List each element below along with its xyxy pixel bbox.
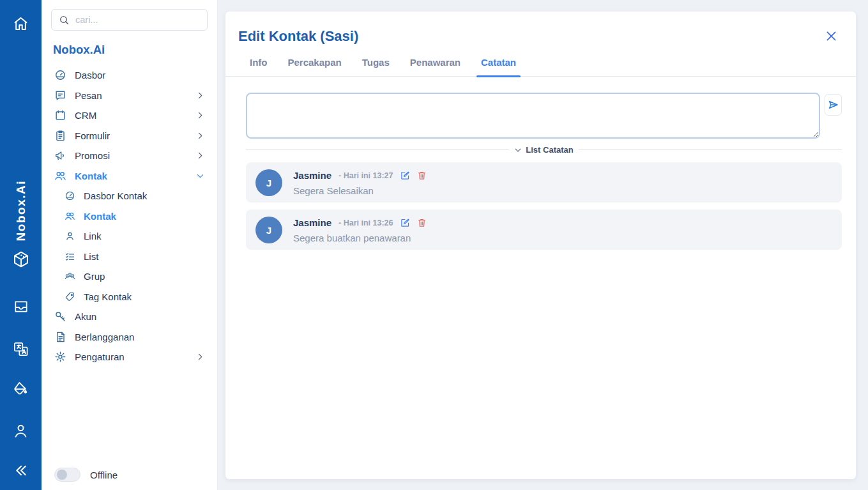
tab-info[interactable]: Info — [240, 57, 278, 76]
checklist-icon — [65, 251, 75, 262]
search-icon — [59, 15, 70, 26]
search-box — [51, 9, 208, 31]
main-area: Edit Kontak (Sasi) Info Percakapan Tugas… — [218, 0, 868, 490]
notes-list: J Jasmine - Hari ini 13:27 Segera Selesa… — [246, 162, 842, 250]
chevron-right-icon — [196, 151, 204, 160]
message-icon — [54, 89, 66, 102]
chevron-right-icon — [196, 353, 204, 361]
sidebar-item-label: Pesan — [75, 90, 102, 101]
sidebar-menu: Dasbor Pesan CRM Formulir Promosi Kontak — [51, 65, 208, 367]
sidebar-item-dasbor-kontak[interactable]: Dasbor Kontak — [51, 186, 208, 206]
search-input[interactable] — [75, 15, 200, 25]
sidebar-item-label: Dasbor — [75, 70, 105, 80]
sidebar: Nobox.Ai Dasbor Pesan CRM Formulir Promo… — [42, 0, 218, 490]
document-icon — [54, 331, 66, 343]
sidebar-item-label: Tag Kontak — [84, 291, 132, 302]
sidebar-item-label: Dasbor Kontak — [84, 190, 147, 201]
sidebar-item-formulir[interactable]: Formulir — [51, 126, 208, 146]
note-text: Segera buatkan penawaran — [293, 233, 427, 243]
note-compose-row — [246, 93, 842, 139]
page-title: Edit Kontak (Sasi) — [238, 28, 358, 45]
sidebar-item-pesan[interactable]: Pesan — [51, 86, 208, 106]
tab-bar: Info Percakapan Tugas Penawaran Catatan — [225, 57, 856, 77]
sidebar-item-label: Formulir — [75, 130, 110, 141]
edit-note-icon[interactable] — [400, 218, 410, 227]
sidebar-item-label: Promosi — [75, 150, 110, 161]
gear-icon — [54, 351, 66, 363]
send-button[interactable] — [825, 94, 842, 116]
divider-line — [579, 149, 842, 150]
chevron-right-icon — [196, 91, 204, 100]
offline-toggle[interactable] — [54, 468, 80, 482]
dashboard-icon — [65, 190, 75, 201]
sidebar-item-label: List — [84, 251, 98, 262]
dashboard-icon — [54, 69, 66, 81]
sidebar-item-pengaturan[interactable]: Pengaturan — [51, 347, 208, 367]
note-header: Jasmine - Hari ini 13:26 — [293, 217, 427, 228]
note-item: J Jasmine - Hari ini 13:27 Segera Selesa… — [246, 162, 842, 203]
chevron-down-icon — [196, 172, 204, 180]
list-catatan-toggle[interactable]: List Catatan — [514, 145, 573, 155]
note-header: Jasmine - Hari ini 13:27 — [293, 170, 427, 181]
send-icon — [828, 99, 839, 111]
avatar: J — [255, 217, 282, 243]
inbox-icon[interactable] — [10, 296, 32, 318]
chevron-right-icon — [196, 111, 204, 119]
avatar: J — [255, 169, 282, 196]
sidebar-item-tag-kontak[interactable]: Tag Kontak — [51, 287, 208, 307]
group-icon — [65, 271, 75, 282]
sidebar-item-link[interactable]: Link — [51, 226, 208, 247]
rail-brand-text: Nobox.Ai — [14, 180, 28, 241]
sidebar-item-promosi[interactable]: Promosi — [51, 146, 208, 166]
sidebar-item-kontak-sub[interactable]: Kontak — [51, 206, 208, 227]
note-timestamp: - Hari ini 13:26 — [339, 218, 393, 227]
list-catatan-divider: List Catatan — [246, 145, 842, 155]
note-text: Segera Selesaikan — [293, 185, 427, 196]
calendar-icon — [54, 109, 66, 121]
user-icon[interactable] — [10, 420, 32, 441]
sidebar-item-label: Kontak — [75, 171, 107, 181]
close-icon[interactable] — [823, 28, 839, 44]
sidebar-item-grup[interactable]: Grup — [51, 266, 208, 287]
sidebar-item-kontak[interactable]: Kontak — [51, 166, 208, 187]
sidebar-item-label: Grup — [84, 271, 105, 282]
note-author: Jasmine — [293, 217, 331, 228]
sidebar-item-label: Kontak — [84, 211, 116, 222]
collapse-double-chevron-icon[interactable] — [10, 459, 32, 481]
sidebar-item-list[interactable]: List — [51, 247, 208, 267]
chevron-down-icon — [514, 146, 522, 154]
sidebar-item-dasbor[interactable]: Dasbor — [51, 65, 208, 86]
edit-note-icon[interactable] — [400, 171, 410, 180]
sidebar-item-label: Link — [84, 231, 102, 241]
chevron-right-icon — [196, 132, 204, 140]
delete-note-icon[interactable] — [417, 171, 427, 180]
megaphone-icon — [54, 149, 66, 162]
users-icon — [65, 211, 75, 222]
toggle-knob — [57, 470, 67, 480]
note-author: Jasmine — [293, 170, 331, 181]
icon-rail: Nobox.Ai — [0, 0, 42, 490]
divider-line — [246, 149, 509, 150]
translate-icon[interactable] — [10, 338, 32, 360]
sidebar-brand: Nobox.Ai — [53, 43, 208, 57]
list-catatan-label: List Catatan — [526, 145, 573, 155]
note-item: J Jasmine - Hari ini 13:26 Segera buatka… — [246, 210, 842, 250]
sidebar-item-label: CRM — [75, 110, 96, 121]
users-icon — [54, 170, 66, 182]
tab-tugas[interactable]: Tugas — [352, 57, 400, 76]
clipboard-icon — [54, 130, 66, 142]
home-icon[interactable] — [10, 13, 32, 34]
sidebar-item-crm[interactable]: CRM — [51, 105, 208, 126]
cube-logo-icon — [10, 249, 32, 270]
tab-content-catatan: List Catatan J Jasmine - Hari ini 13:27 — [225, 77, 856, 479]
note-input[interactable] — [246, 93, 820, 139]
sidebar-item-berlangganan[interactable]: Berlangganan — [51, 327, 208, 348]
offline-row: Offline — [54, 468, 118, 482]
paint-bucket-icon[interactable] — [10, 378, 32, 399]
sidebar-item-label: Berlangganan — [75, 332, 134, 342]
sidebar-item-akun[interactable]: Akun — [51, 307, 208, 327]
tab-catatan[interactable]: Catatan — [471, 57, 526, 76]
delete-note-icon[interactable] — [417, 218, 427, 227]
tab-percakapan[interactable]: Percakapan — [278, 57, 352, 76]
tab-penawaran[interactable]: Penawaran — [400, 57, 471, 76]
